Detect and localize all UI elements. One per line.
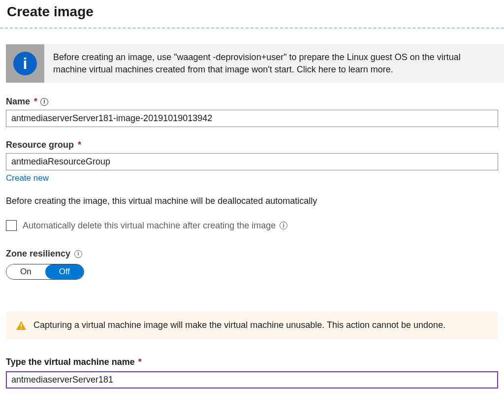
warning-icon [16,321,27,330]
deallocate-note: Before creating the image, this virtual … [6,196,498,206]
info-icon-container: i [6,44,44,83]
info-banner-text[interactable]: Before creating an image, use "waagent -… [44,44,504,83]
auto-delete-checkbox[interactable] [6,220,17,231]
create-new-link[interactable]: Create new [6,173,49,183]
required-indicator: * [34,97,37,107]
zone-resiliency-toggle: On Off [6,264,84,280]
resource-group-input[interactable] [6,153,498,170]
page-title: Create image [0,0,504,28]
info-icon: i [13,52,37,75]
zone-resiliency-label: Zone resiliency i [6,249,498,259]
resource-group-label: Resource group * [6,140,498,150]
toggle-on[interactable]: On [6,264,45,279]
required-indicator: * [78,140,81,150]
toggle-off[interactable]: Off [45,264,84,279]
confirm-section: Type the virtual machine name * [6,357,498,388]
info-tooltip-icon[interactable]: i [40,98,48,106]
confirm-label: Type the virtual machine name * [6,357,498,367]
info-banner: i Before creating an image, use "waagent… [6,44,504,83]
divider-dashed [0,28,504,29]
required-indicator: * [138,357,142,367]
warning-text: Capturing a virtual machine image will m… [33,320,445,330]
info-tooltip-icon[interactable]: i [74,250,82,258]
warning-banner: Capturing a virtual machine image will m… [6,311,498,339]
name-label: Name * i [6,97,498,107]
field-resource-group: Resource group * Create new [6,140,498,183]
svg-rect-0 [21,323,22,326]
name-input[interactable] [6,110,498,127]
confirm-vm-name-input[interactable] [6,371,498,388]
auto-delete-row: Automatically delete this virtual machin… [6,220,498,231]
info-tooltip-icon[interactable]: i [280,222,287,229]
svg-rect-1 [21,327,22,328]
zone-resiliency-section: Zone resiliency i On Off [6,249,498,280]
auto-delete-label: Automatically delete this virtual machin… [23,221,287,231]
field-name: Name * i [6,97,498,127]
